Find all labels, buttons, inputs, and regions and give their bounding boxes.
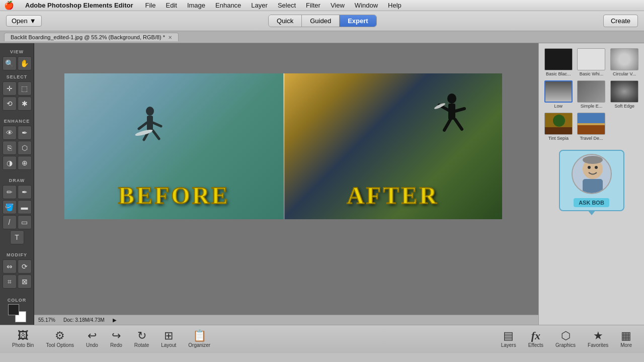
quick-select-tool[interactable]: ✱ — [18, 97, 32, 111]
brush-tool[interactable]: ✏ — [3, 185, 17, 199]
active-tab[interactable]: Backlit Boarding_edited-1.jpg @ 55.2% (B… — [4, 33, 179, 41]
menu-enhance[interactable]: Enhance — [210, 1, 246, 10]
menu-file[interactable]: File — [140, 1, 161, 10]
photo-bin-button[interactable]: 🖼 Photo Bin — [6, 328, 40, 350]
preset-basic-white[interactable]: Basic Whi... — [576, 47, 607, 77]
create-button[interactable]: Create — [603, 15, 638, 27]
draw-tools-2: 🪣 ▬ — [3, 200, 32, 214]
svg-point-24 — [583, 156, 603, 164]
lasso-tool[interactable]: ⟲ — [3, 97, 17, 111]
menu-app-name[interactable]: Adobe Photoshop Elements Editor — [20, 1, 138, 10]
zoom-tool[interactable]: 🔍 — [3, 56, 17, 70]
layers-icon: ▤ — [503, 330, 514, 341]
preset-label-travel-de: Travel De... — [580, 136, 603, 141]
warp-tool[interactable]: ⟳ — [18, 259, 32, 274]
menu-layer[interactable]: Layer — [246, 1, 273, 10]
bob-face-svg — [573, 155, 612, 194]
healing-tool[interactable]: ✒ — [18, 126, 32, 140]
clone-tool[interactable]: ⎘ — [3, 141, 17, 155]
layout-button[interactable]: ⊞ Layout — [155, 328, 182, 350]
line-tool[interactable]: / — [3, 215, 17, 229]
select-section-label: SELECT — [0, 74, 34, 79]
menu-filter[interactable]: Filter — [301, 1, 326, 10]
layers-button[interactable]: ▤ Layers — [495, 328, 522, 350]
tool-options-button[interactable]: ⚙ Tool Options — [40, 328, 80, 350]
effects-button[interactable]: fx Effects — [522, 328, 549, 350]
select-tools-2: ⟲ ✱ — [3, 97, 32, 111]
slice-tool[interactable]: ⊠ — [18, 275, 32, 289]
move-tool[interactable]: ✛ — [3, 81, 17, 96]
dodge-tool[interactable]: ◑ — [3, 156, 17, 170]
travel-de-svg — [578, 113, 605, 135]
tint-sepia-svg — [545, 113, 573, 135]
color-swatches[interactable] — [8, 304, 26, 322]
menu-window[interactable]: Window — [350, 1, 383, 10]
svg-rect-19 — [578, 123, 605, 125]
view-tools: 🔍 ✋ — [3, 56, 32, 70]
preset-basic-black[interactable]: Basic Blac... — [543, 47, 574, 77]
menu-select[interactable]: Select — [273, 1, 301, 10]
rotate-button[interactable]: ↻ Rotate — [128, 328, 155, 350]
guided-mode-button[interactable]: Guided — [302, 15, 340, 27]
hand-tool[interactable]: ✋ — [18, 56, 32, 70]
menu-image[interactable]: Image — [182, 1, 210, 10]
layers-label: Layers — [501, 342, 516, 348]
crop-tool[interactable]: ⌗ — [3, 275, 17, 289]
red-eye-tool[interactable]: 👁 — [3, 126, 17, 140]
before-image: BEFORE — [64, 73, 283, 219]
main-area: VIEW 🔍 ✋ SELECT ✛ ⬚ ⟲ ✱ ENHANCE 👁 ✒ ⎘ ⬡ … — [0, 43, 644, 325]
photo-bin-label: Photo Bin — [12, 342, 34, 348]
graphics-button[interactable]: ⬡ Graphics — [549, 328, 582, 350]
foreground-color-swatch[interactable] — [8, 304, 19, 315]
tab-close-button[interactable]: ✕ — [168, 35, 172, 40]
preset-circular-v[interactable]: Circular V... — [609, 47, 640, 77]
preset-travel-de[interactable]: Travel De... — [576, 112, 607, 142]
preset-low[interactable]: Low — [543, 79, 574, 110]
bob-container: ASK BOB — [543, 150, 640, 211]
open-button[interactable]: Open ▼ — [6, 15, 42, 27]
rect-tool[interactable]: ▭ — [18, 215, 32, 229]
draw-section-label: DRAW — [0, 178, 34, 183]
left-toolbar: VIEW 🔍 ✋ SELECT ✛ ⬚ ⟲ ✱ ENHANCE 👁 ✒ ⎘ ⬡ … — [0, 43, 34, 325]
undo-button[interactable]: ↩ Undo — [80, 328, 104, 350]
svg-line-5 — [153, 131, 159, 139]
more-button[interactable]: ▦ More — [614, 328, 638, 350]
tool-options-label: Tool Options — [46, 342, 74, 348]
transform-tool[interactable]: ⇔ — [3, 259, 17, 274]
preset-thumb-simple-e — [577, 80, 605, 103]
surfer-before-icon — [125, 94, 175, 144]
ask-bob-button[interactable]: ASK BOB — [574, 198, 609, 207]
zoom-level: 55.17% — [38, 317, 55, 323]
preset-simple-e[interactable]: Simple E... — [576, 79, 607, 110]
svg-point-15 — [553, 115, 565, 127]
eraser-tool[interactable]: ⬡ — [18, 141, 32, 155]
magnify-tool[interactable]: ⊕ — [18, 156, 32, 170]
favorites-button[interactable]: ★ Favorites — [582, 328, 614, 350]
quick-mode-button[interactable]: Quick — [269, 15, 302, 27]
status-arrow[interactable]: ▶ — [113, 317, 117, 323]
preset-soft-edge[interactable]: Soft Edge — [609, 79, 640, 110]
organizer-button[interactable]: 📋 Organizer — [182, 328, 216, 350]
menu-view[interactable]: View — [326, 1, 350, 10]
preset-thumb-circular-v — [610, 48, 638, 70]
modify-tools-1: ⇔ ⟳ — [3, 259, 32, 274]
fill-tool[interactable]: 🪣 — [3, 200, 17, 214]
preset-thumb-basic-black — [544, 48, 573, 70]
doc-size: Doc: 3.18M/4.73M — [63, 317, 105, 323]
select-tools-1: ✛ ⬚ — [3, 81, 32, 96]
mode-selector: Quick Guided Expert — [268, 15, 377, 27]
redo-button[interactable]: ↪ Redo — [104, 328, 128, 350]
expert-mode-button[interactable]: Expert — [340, 15, 376, 27]
effects-label: Effects — [528, 342, 543, 348]
marquee-tool[interactable]: ⬚ — [18, 81, 32, 96]
modify-section-label: MODIFY — [0, 252, 34, 257]
impression-tool[interactable]: ✒ — [18, 185, 32, 199]
undo-label: Undo — [86, 342, 98, 348]
menu-help[interactable]: Help — [383, 1, 407, 10]
rotate-label: Rotate — [134, 342, 149, 348]
enhance-tools-1: 👁 ✒ — [3, 126, 32, 140]
text-tool[interactable]: T — [10, 230, 24, 244]
preset-tint-sepia[interactable]: Tint Sepia — [543, 112, 574, 142]
menu-edit[interactable]: Edit — [160, 1, 182, 10]
gradient-tool[interactable]: ▬ — [18, 200, 32, 214]
